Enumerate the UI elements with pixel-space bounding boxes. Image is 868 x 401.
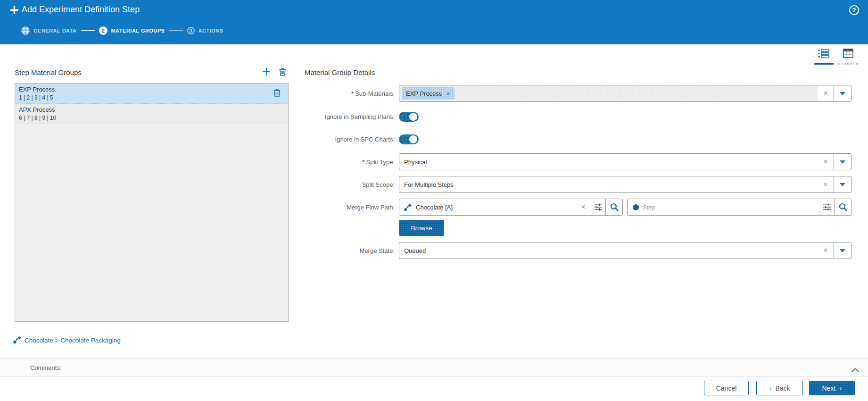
step-general-data[interactable]: GENERAL DATA: [21, 26, 77, 35]
cancel-label: Cancel: [716, 384, 737, 392]
flow-path-icon: [13, 335, 22, 345]
required-marker: *: [351, 90, 354, 97]
merge-state-value: Queued: [399, 247, 818, 254]
step-connector: [81, 30, 95, 31]
merge-flow-path-step-input[interactable]: Step: [627, 199, 851, 216]
step-3-circle: 3: [187, 27, 195, 34]
step-actions[interactable]: 3 ACTIONS: [187, 27, 223, 34]
clear-icon[interactable]: ×: [818, 180, 834, 189]
left-panel-title: Step Material Groups: [15, 68, 82, 76]
sub-materials-value-area: EXP Process ×: [399, 85, 818, 101]
wizard-dialog: Add Experiment Definition Step ? GENERAL…: [0, 0, 868, 401]
step-2-circle: 2: [99, 26, 107, 35]
back-label: Back: [775, 384, 790, 392]
step-2-label: MATERIAL GROUPS: [111, 28, 165, 33]
table-view-button[interactable]: [838, 49, 858, 65]
ignore-spc-charts-label: Ignore in SPC Charts:: [198, 136, 399, 143]
sub-materials-multiselect[interactable]: EXP Process × ×: [399, 85, 851, 102]
search-icon: [610, 203, 619, 211]
merge-flow-path-label: Merge Flow Path:: [198, 204, 399, 211]
chevron-right-icon: ›: [839, 384, 842, 392]
step-3-label: ACTIONS: [198, 28, 223, 33]
step-1-circle: [21, 26, 30, 35]
filter-criteria-icon[interactable]: [820, 203, 834, 211]
ignore-spc-charts-toggle[interactable]: [399, 134, 419, 144]
ignore-sampling-plans-label: Ignore in Sampling Plans:: [198, 113, 399, 120]
chip-exp-process[interactable]: EXP Process ×: [402, 87, 455, 100]
next-button[interactable]: Next ›: [809, 381, 855, 395]
merge-flow-path-value: Chocolate [A]: [412, 204, 575, 211]
back-button[interactable]: ‹ Back: [756, 381, 803, 395]
split-type-row: *Split Type: Physical ×: [198, 153, 851, 170]
clear-icon[interactable]: ×: [818, 89, 834, 98]
cancel-button[interactable]: Cancel: [704, 381, 749, 395]
merge-state-row: Merge State: Queued ×: [198, 242, 851, 259]
next-label: Next: [822, 384, 836, 392]
browse-row: Browse: [198, 220, 444, 236]
chevron-up-icon[interactable]: [851, 366, 859, 374]
step-1-label: GENERAL DATA: [33, 28, 77, 33]
step-placeholder: Step: [639, 204, 820, 211]
dropdown-button[interactable]: [834, 242, 851, 259]
split-scope-label: Split Scope:: [198, 181, 399, 188]
clear-icon[interactable]: ×: [818, 246, 834, 255]
toggle-knob: [409, 113, 417, 121]
chevron-down-icon: [840, 249, 845, 252]
chevron-down-icon: [840, 183, 845, 186]
toggle-knob: [409, 135, 417, 143]
filter-criteria-icon[interactable]: [591, 203, 605, 211]
dropdown-button[interactable]: [834, 85, 851, 101]
add-icon: [10, 6, 19, 17]
flow-path-icon: [404, 203, 412, 211]
step-material-groups[interactable]: 2 MATERIAL GROUPS: [99, 26, 165, 35]
chevron-down-icon: [840, 160, 845, 164]
chip-label: EXP Process: [406, 90, 442, 97]
ignore-sampling-plans-toggle[interactable]: [399, 112, 419, 122]
merge-flow-path-input[interactable]: Chocolate [A] ×: [399, 199, 623, 216]
chip-remove-icon[interactable]: ×: [446, 90, 450, 98]
step-connector: [169, 30, 183, 31]
clear-icon[interactable]: ×: [575, 203, 591, 211]
add-material-group-button[interactable]: [262, 67, 271, 78]
merge-flow-path-row: Merge Flow Path: Chocolate [A] ×: [198, 199, 851, 216]
merge-state-label: Merge State:: [198, 247, 399, 254]
view-toggle: [814, 49, 858, 65]
wizard-stepper: GENERAL DATA 2 MATERIAL GROUPS 3 ACTIONS: [21, 26, 223, 35]
search-button[interactable]: [605, 199, 622, 215]
chevron-down-icon: [840, 92, 845, 95]
split-type-label: *Split Type:: [198, 159, 399, 166]
split-scope-select[interactable]: For Multiple Steps ×: [399, 176, 851, 193]
delete-material-group-button[interactable]: [279, 67, 287, 78]
breadcrumb-label: Chocolate > Chocolate Packaging: [25, 337, 121, 344]
split-type-value: Physical: [399, 159, 818, 166]
required-marker: *: [362, 159, 364, 166]
page-title: Add Experiment Definition Step: [22, 5, 140, 15]
table-view-icon: [843, 49, 853, 61]
list-view-icon: [818, 49, 830, 60]
search-button[interactable]: [834, 199, 851, 215]
split-type-select[interactable]: Physical ×: [399, 153, 851, 170]
flow-path-breadcrumb[interactable]: Chocolate > Chocolate Packaging: [13, 335, 121, 345]
dropdown-button[interactable]: [834, 176, 851, 192]
details-title: Material Group Details: [305, 68, 375, 76]
ignore-sampling-plans-row: Ignore in Sampling Plans:: [198, 112, 419, 122]
ignore-spc-charts-row: Ignore in SPC Charts:: [198, 134, 419, 144]
header-bar: Add Experiment Definition Step ? GENERAL…: [0, 0, 868, 44]
split-scope-row: Split Scope: For Multiple Steps ×: [198, 176, 851, 193]
clear-icon[interactable]: ×: [818, 158, 834, 166]
merge-state-select[interactable]: Queued ×: [399, 242, 851, 259]
help-icon[interactable]: ?: [849, 5, 859, 15]
split-scope-value: For Multiple Steps: [399, 181, 818, 188]
dropdown-button[interactable]: [834, 154, 851, 170]
list-view-button[interactable]: [814, 49, 834, 65]
browse-button[interactable]: Browse: [399, 220, 444, 236]
sub-materials-label: *Sub-Materials:: [198, 90, 399, 97]
comments-bar[interactable]: Comments:: [0, 359, 868, 376]
step-dot-icon: [633, 204, 639, 210]
comments-label: Comments:: [30, 364, 61, 371]
chevron-left-icon: ‹: [769, 384, 771, 392]
sub-materials-row: *Sub-Materials: EXP Process × ×: [198, 85, 851, 102]
search-icon: [839, 203, 847, 211]
